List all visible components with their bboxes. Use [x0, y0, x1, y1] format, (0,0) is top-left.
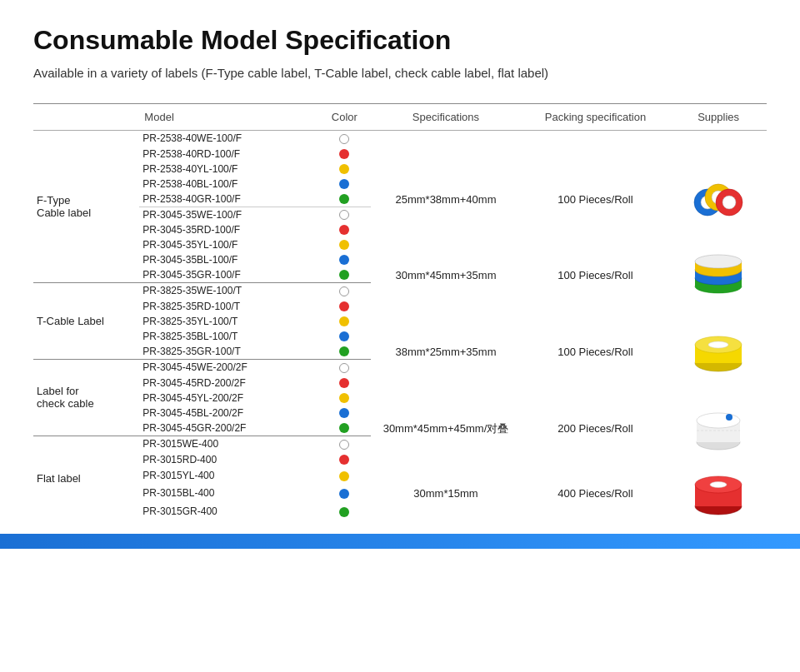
- section-label: Flat label: [33, 436, 139, 520]
- table-row: F-TypeCable labelPR-2538-40WE-100/F: [33, 130, 767, 147]
- color-cell: [318, 359, 372, 376]
- color-dot: [339, 134, 349, 144]
- packing-cell: 100 Pieces/Roll: [521, 237, 670, 314]
- col-header-color: Color: [318, 103, 372, 130]
- color-dot: [339, 194, 349, 204]
- table-row: PR-3045-45YL-200/2F30mm*45mm+45mm/对叠200 …: [33, 391, 767, 406]
- model-cell: PR-3825-35WE-100/T: [139, 282, 318, 299]
- color-dot: [339, 331, 349, 341]
- model-cell: PR-3015GR-400: [139, 502, 318, 520]
- spec-cell: 30mm*45mm+35mm: [371, 237, 520, 314]
- supply-image-cell: [670, 314, 767, 391]
- table-row: PR-3015YL-40030mm*15mm400 Pieces/Roll: [33, 467, 767, 485]
- col-header-model: Model: [139, 103, 318, 130]
- packing-cell: 100 Pieces/Roll: [521, 314, 670, 391]
- supply-image-cell: [670, 162, 767, 237]
- color-cell: [318, 376, 372, 391]
- color-cell: [318, 467, 372, 485]
- color-cell: [318, 314, 372, 329]
- model-cell: PR-3045-45WE-200/2F: [139, 359, 318, 376]
- color-cell: [318, 237, 372, 252]
- page-title: Consumable Model Specification: [33, 25, 767, 56]
- color-dot: [339, 378, 349, 388]
- model-cell: PR-2538-40YL-100/F: [139, 162, 318, 177]
- model-cell: PR-2538-40WE-100/F: [139, 130, 318, 147]
- table-row: PR-3045-35YL-100/F30mm*45mm+35mm100 Piec…: [33, 237, 767, 252]
- svg-point-25: [710, 481, 727, 487]
- packing-cell: 400 Pieces/Roll: [521, 467, 670, 520]
- color-dot: [339, 471, 349, 481]
- model-cell: PR-3825-35RD-100/T: [139, 299, 318, 314]
- color-dot: [339, 423, 349, 433]
- page-wrapper: Consumable Model Specification Available…: [0, 0, 800, 520]
- color-cell: [318, 192, 372, 207]
- col-header-spec: Specifications: [371, 103, 520, 130]
- model-cell: PR-3015RD-400: [139, 452, 318, 467]
- color-dot: [339, 363, 349, 373]
- spec-cell: 30mm*45mm+45mm/对叠: [371, 391, 520, 467]
- color-dot: [339, 440, 349, 450]
- color-cell: [318, 329, 372, 344]
- color-cell: [318, 344, 372, 360]
- col-header-supply: Supplies: [670, 103, 767, 130]
- section-label: T-Cable Label: [33, 282, 139, 359]
- color-cell: [318, 436, 372, 452]
- model-cell: PR-2538-40GR-100/F: [139, 192, 318, 207]
- table-row: PR-3825-35YL-100/T38mm*25mm+35mm100 Piec…: [33, 314, 767, 329]
- svg-point-16: [708, 341, 728, 348]
- section-label: F-TypeCable label: [33, 130, 139, 282]
- color-dot: [339, 210, 349, 220]
- model-cell: PR-3045-35WE-100/F: [139, 207, 318, 222]
- color-cell: [318, 485, 372, 502]
- color-dot: [339, 286, 349, 296]
- color-dot: [339, 393, 349, 403]
- model-cell: PR-3015WE-400: [139, 436, 318, 452]
- color-cell: [318, 421, 372, 436]
- supply-image-cell: [670, 237, 767, 314]
- model-cell: PR-3045-45GR-200/2F: [139, 421, 318, 436]
- model-cell: PR-3015BL-400: [139, 485, 318, 502]
- color-cell: [318, 222, 372, 237]
- color-dot: [339, 270, 349, 280]
- packing-cell: 100 Pieces/Roll: [521, 162, 670, 237]
- model-cell: PR-3015YL-400: [139, 467, 318, 485]
- model-cell: PR-3045-35BL-100/F: [139, 252, 318, 267]
- model-cell: PR-3045-35YL-100/F: [139, 237, 318, 252]
- model-cell: PR-3045-35RD-100/F: [139, 222, 318, 237]
- model-cell: PR-2538-40RD-100/F: [139, 147, 318, 162]
- model-cell: PR-3825-35GR-100/T: [139, 344, 318, 360]
- table-header-row: Model Color Specifications Packing speci…: [33, 103, 767, 130]
- color-dot: [339, 455, 349, 465]
- svg-point-19: [697, 413, 740, 428]
- color-cell: [318, 130, 372, 147]
- color-dot: [339, 489, 349, 499]
- table-row: PR-2538-40RD-100/F: [33, 147, 767, 162]
- color-dot: [339, 507, 349, 517]
- model-cell: PR-3045-35GR-100/F: [139, 267, 318, 283]
- color-cell: [318, 282, 372, 299]
- svg-point-20: [726, 414, 732, 421]
- color-cell: [318, 299, 372, 314]
- spec-cell: 38mm*25mm+35mm: [371, 314, 520, 391]
- spec-cell: 25mm*38mm+40mm: [371, 162, 520, 237]
- model-cell: PR-3045-45BL-200/2F: [139, 406, 318, 421]
- svg-point-5: [722, 196, 736, 209]
- model-cell: PR-2538-40BL-100/F: [139, 177, 318, 192]
- spec-cell: 30mm*15mm: [371, 467, 520, 520]
- packing-cell: 200 Pieces/Roll: [521, 391, 670, 467]
- color-dot: [339, 255, 349, 265]
- table-row: PR-2538-40YL-100/F25mm*38mm+40mm100 Piec…: [33, 162, 767, 177]
- col-header-supplies: [33, 103, 139, 130]
- bottom-bar: [0, 534, 800, 549]
- spec-table: Model Color Specifications Packing speci…: [33, 103, 767, 520]
- model-cell: PR-3045-45YL-200/2F: [139, 391, 318, 406]
- col-header-packing: Packing specification: [521, 103, 670, 130]
- color-cell: [318, 502, 372, 520]
- color-dot: [339, 225, 349, 235]
- color-cell: [318, 147, 372, 162]
- color-dot: [339, 346, 349, 356]
- color-dot: [339, 408, 349, 418]
- color-cell: [318, 162, 372, 177]
- section-label: Label forcheck cable: [33, 359, 139, 436]
- color-dot: [339, 240, 349, 250]
